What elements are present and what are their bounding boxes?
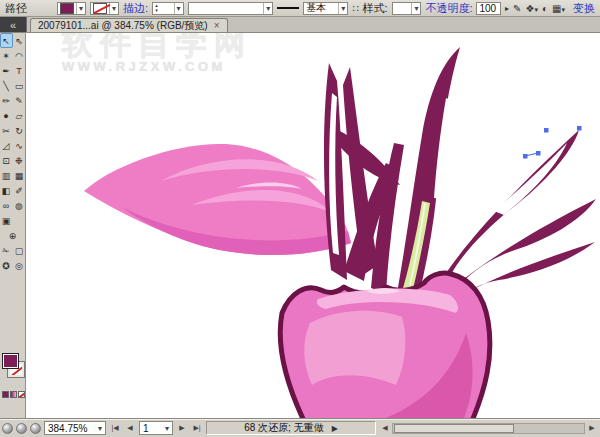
caret-down-icon: ▾ xyxy=(98,424,102,433)
symbol-options-icon[interactable]: ❖▾ xyxy=(526,3,538,14)
fill-control[interactable] xyxy=(2,353,19,369)
screen-mode-button-2[interactable] xyxy=(16,423,27,434)
tool-zoom[interactable]: ◎ xyxy=(13,258,26,273)
caret-down-icon: ▾ xyxy=(411,3,418,14)
flower-bulb xyxy=(280,273,490,418)
tool-live-paint-bucket[interactable]: ◍ xyxy=(13,198,26,213)
graphic-style-combo[interactable]: ▾ xyxy=(392,2,422,15)
last-artboard-button[interactable]: ▶| xyxy=(191,422,203,435)
status-readout: 68 次还原; 无重做 ▶ xyxy=(206,421,376,435)
selection-type-label: 路径 xyxy=(5,1,27,16)
tool-eyedropper[interactable]: ✐ xyxy=(13,183,26,198)
tools-panel-collapse-button[interactable]: « xyxy=(0,17,27,32)
tool-mesh[interactable]: ▦ xyxy=(13,168,26,183)
tool-gradient[interactable]: ◧ xyxy=(0,183,13,198)
caret-down-icon: ▾ xyxy=(76,3,83,14)
stroke-label-link[interactable]: 描边: xyxy=(123,1,148,16)
tool-rotate[interactable]: ↻ xyxy=(13,123,26,138)
tab-bar: « 20079101...ai @ 384.75% (RGB/预览) × xyxy=(0,17,600,33)
artboard-number-value: 1 xyxy=(143,423,149,434)
caret-down-icon: ▾ xyxy=(165,424,169,433)
tool-hand[interactable]: ✪ xyxy=(0,258,13,273)
artboard-canvas[interactable]: 软件自学网 WWW.RJZXW.COM xyxy=(26,33,600,418)
tool-magic-wand[interactable]: ✶ xyxy=(0,48,13,63)
opacity-input[interactable]: 100 xyxy=(476,2,501,15)
scroll-right-icon[interactable]: ▶ xyxy=(586,422,598,435)
tool-line-segment[interactable]: ╲ xyxy=(0,78,13,93)
tools-grid: ↖⇖✶◠✒T╲▭✏✎●▱✂↻◿∿⊡❉▥▦◧✐∞◍▣⊕✁▢✪◎ xyxy=(0,33,25,273)
document-setup-icon[interactable]: ∷ xyxy=(352,3,358,14)
screen-mode-button-3[interactable] xyxy=(30,423,41,434)
brush-stroke-preview xyxy=(277,7,299,9)
tool-rectangle[interactable]: ▭ xyxy=(13,78,26,93)
status-flyout-icon[interactable]: ▶ xyxy=(332,424,338,433)
style-label: 样式: xyxy=(363,1,388,16)
tool-paintbrush[interactable]: ✏ xyxy=(0,93,13,108)
scrollbar-thumb[interactable] xyxy=(394,424,514,433)
tool-live-paint-selection[interactable]: ▣ xyxy=(0,213,13,228)
caret-down-icon: ▾ xyxy=(338,3,345,14)
control-bar: 路径 ▾ ▾ 描边: ▴ ▾ ▾ ▾ 基本 ▾ ∷ 样 xyxy=(0,0,600,17)
tool-slice[interactable]: ✁ xyxy=(0,243,13,258)
close-tab-icon[interactable]: × xyxy=(214,20,220,31)
caret-down-icon: ▾ xyxy=(263,3,270,14)
tool-scale[interactable]: ◿ xyxy=(0,138,13,153)
stroke-weight-spinner[interactable]: ▴ ▾ xyxy=(155,3,158,13)
fill-color-swatch[interactable] xyxy=(60,3,74,14)
color-mode-buttons xyxy=(2,391,25,398)
opacity-value: 100 xyxy=(479,3,496,14)
document-tab-title: 20079101...ai @ 384.75% (RGB/预览) xyxy=(38,19,208,33)
tool-free-transform[interactable]: ⊡ xyxy=(0,153,13,168)
opacity-flyout-icon[interactable]: ▸ xyxy=(505,4,509,13)
tool-eraser[interactable]: ▱ xyxy=(13,108,26,123)
next-artboard-button[interactable]: ▶ xyxy=(176,422,188,435)
scrollbar-track[interactable] xyxy=(392,423,585,434)
status-bar: 384.75% ▾ |◀ ◀ 1 ▾ ▶ ▶| 68 次还原; 无重做 ▶ ◀ … xyxy=(0,418,600,437)
recolor-artwork-icon[interactable]: ◐ xyxy=(542,3,548,14)
tool-column-graph[interactable]: ▥ xyxy=(0,168,13,183)
document-tab[interactable]: 20079101...ai @ 384.75% (RGB/预览) × xyxy=(30,18,228,32)
stroke-none-swatch[interactable] xyxy=(93,3,107,14)
status-text: 68 次还原; 无重做 xyxy=(244,421,323,435)
tool-warp[interactable]: ∿ xyxy=(13,138,26,153)
tool-blob-brush[interactable]: ● xyxy=(0,108,13,123)
flower-artwork[interactable] xyxy=(26,33,600,418)
tool-slice-selection[interactable]: ▢ xyxy=(13,243,26,258)
zoom-level-value: 384.75% xyxy=(48,423,87,434)
tool-pen[interactable]: ✒ xyxy=(0,63,13,78)
tool-symbol-sprayer[interactable]: ❉ xyxy=(13,153,26,168)
horizontal-scrollbar[interactable]: ◀ ▶ xyxy=(379,422,598,435)
transform-link[interactable]: 变换 xyxy=(573,1,595,16)
fill-color-dropdown[interactable]: ▾ xyxy=(57,2,86,15)
screen-mode-button-1[interactable] xyxy=(2,423,13,434)
tools-panel: ↖⇖✶◠✒T╲▭✏✎●▱✂↻◿∿⊡❉▥▦◧✐∞◍▣⊕✁▢✪◎ xyxy=(0,33,26,418)
brush-definition-combo[interactable]: 基本 ▾ xyxy=(303,2,348,15)
first-artboard-button[interactable]: |◀ xyxy=(109,422,121,435)
fill-stroke-controls xyxy=(1,353,25,387)
collapse-icon: « xyxy=(10,19,16,31)
tool-direct-selection[interactable]: ⇖ xyxy=(13,33,26,48)
stroke-weight-combo[interactable]: ▴ ▾ ▾ xyxy=(152,2,183,15)
tool-scissors[interactable]: ✂ xyxy=(0,123,13,138)
opacity-label-link[interactable]: 不透明度: xyxy=(425,1,472,16)
previous-artboard-button[interactable]: ◀ xyxy=(124,422,136,435)
tool-type[interactable]: T xyxy=(13,63,26,78)
tool-lasso[interactable]: ◠ xyxy=(13,48,26,63)
stroke-color-dropdown[interactable]: ▾ xyxy=(90,2,119,15)
brush-name: 基本 xyxy=(306,1,326,15)
tool-pencil[interactable]: ✎ xyxy=(13,93,26,108)
align-options-icon[interactable]: ▦▾ xyxy=(552,3,565,14)
tool-blend[interactable]: ∞ xyxy=(0,198,13,213)
gradient-button[interactable] xyxy=(10,391,17,398)
tool-artboard[interactable]: ⊕ xyxy=(0,228,26,243)
width-profile-combo[interactable]: ▾ xyxy=(188,2,274,15)
scroll-left-icon[interactable]: ◀ xyxy=(379,422,391,435)
zoom-level-combo[interactable]: 384.75% ▾ xyxy=(44,421,106,435)
dark-foliage xyxy=(324,47,596,299)
artboard-number-combo[interactable]: 1 ▾ xyxy=(139,421,173,435)
tool-selection[interactable]: ↖ xyxy=(0,33,13,48)
illustrator-window: 路径 ▾ ▾ 描边: ▴ ▾ ▾ ▾ 基本 ▾ ∷ 样 xyxy=(0,0,600,437)
isolate-mode-icon[interactable]: ✎ xyxy=(513,3,521,14)
color-button[interactable] xyxy=(2,391,9,398)
none-button[interactable] xyxy=(18,391,25,398)
